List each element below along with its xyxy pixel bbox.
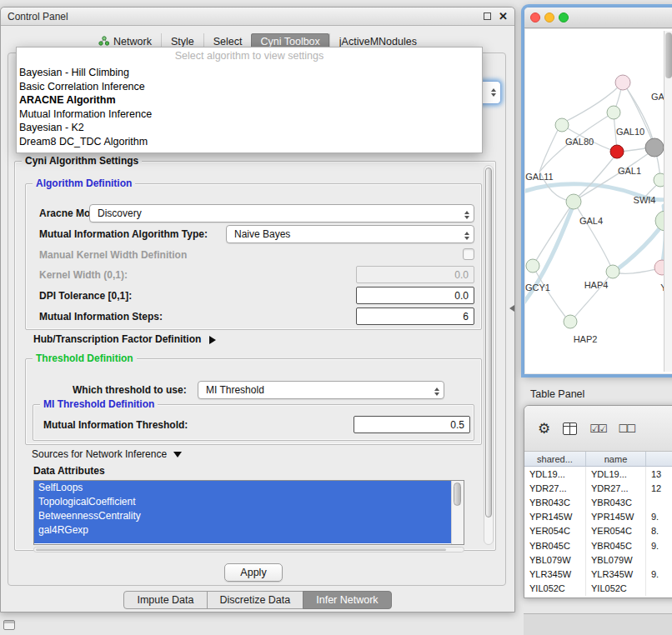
scrollbar-thumb[interactable]	[665, 32, 672, 78]
table-cell: 8.	[646, 524, 672, 538]
bottom-tab-infer-network[interactable]: Infer Network	[303, 591, 391, 609]
column-header[interactable]: name	[586, 452, 646, 466]
network-node[interactable]	[607, 106, 620, 119]
network-node[interactable]	[645, 138, 664, 157]
attribute-item-partial[interactable]	[34, 538, 451, 543]
mi-type-value: Naive Bayes	[234, 228, 290, 240]
which-threshold-select[interactable]: MI Threshold	[198, 381, 444, 399]
bottom-tab-discretize-data[interactable]: Discretize Data	[207, 591, 304, 609]
table-row[interactable]: YLR345WYLR345W9.	[524, 567, 672, 581]
table-row[interactable]: YDL19...YDL19...13	[524, 467, 672, 481]
tab-label: Cyni Toolbox	[260, 36, 319, 48]
table-row[interactable]: YBR043CYBR043C	[524, 495, 672, 509]
table-row[interactable]: YIL052CYIL052C	[524, 582, 672, 596]
table-cell: YLR345W	[524, 567, 586, 581]
splitter-collapse-icon[interactable]	[509, 305, 514, 312]
settings-scrollbar[interactable]	[484, 165, 494, 545]
mi-threshold-field[interactable]	[354, 416, 470, 433]
bottom-tab-impute-data[interactable]: Impute Data	[123, 591, 207, 609]
hub-section-toggle[interactable]: Hub/Transcription Factor Definition	[33, 333, 216, 345]
apply-button[interactable]: Apply	[224, 563, 283, 582]
attribute-list-hscrollbar[interactable]	[33, 547, 464, 552]
manual-kernel-label: Manual Kernel Width Definition	[39, 249, 187, 261]
gear-icon[interactable]: ⚙	[538, 422, 550, 436]
algorithm-option-basic-correlation-inference[interactable]: Basic Correlation Inference	[17, 80, 482, 94]
tab-label: jActiveMNodules	[339, 36, 417, 48]
node-label: GCY1	[525, 282, 550, 292]
column-header[interactable]: shared...	[524, 452, 586, 466]
table-cell: YBR043C	[586, 495, 646, 509]
network-node[interactable]	[526, 259, 539, 272]
zoom-traffic-icon[interactable]	[559, 12, 569, 22]
combo-arrows-icon	[464, 229, 469, 242]
network-node[interactable]	[564, 315, 577, 328]
float-window-icon[interactable]	[484, 12, 491, 20]
select-all-icon[interactable]: ☑☑	[589, 422, 605, 435]
network-edge[interactable]	[539, 125, 560, 172]
algorithm-option-mutual-information-inference[interactable]: Mutual Information Inference	[17, 108, 482, 122]
which-threshold-label: Which threshold to use:	[73, 384, 187, 396]
scrollbar-thumb[interactable]	[36, 548, 446, 551]
mi-type-label: Mutual Information Algorithm Type:	[39, 228, 208, 240]
control-panel-titlebar[interactable]: Control Panel ✕	[1, 8, 514, 26]
network-canvas-area[interactable]: GAL80GAL10GAL11GAL1SWI4GAL4GCY1HAP4HAP2G…	[525, 29, 672, 373]
table-cell: 13	[646, 467, 672, 481]
network-vertical-scrollbar[interactable]	[664, 31, 672, 372]
columns-icon[interactable]	[563, 422, 577, 435]
table-row[interactable]: YPR145WYPR145W9.	[524, 510, 672, 524]
network-edge[interactable]	[625, 86, 654, 146]
node-label: GAL11	[525, 172, 553, 182]
algorithm-definition-group: Algorithm Definition Aracne Mode: Discov…	[25, 183, 482, 330]
table-cell: YER054C	[524, 524, 586, 538]
minimized-window-icon[interactable]	[3, 620, 15, 630]
table-cell: YBR043C	[524, 495, 586, 509]
close-traffic-icon[interactable]	[530, 12, 540, 22]
aracne-mode-select[interactable]: Discovery	[89, 204, 474, 222]
table-row[interactable]: YDR27...YDR27...12	[524, 481, 672, 495]
network-window-titlebar[interactable]	[524, 8, 672, 28]
network-node[interactable]	[566, 194, 581, 209]
table-row[interactable]: YBL079WYBL079W	[524, 552, 672, 567]
sources-label: Sources for Network Inference	[32, 448, 167, 460]
manual-kernel-checkbox[interactable]	[463, 248, 474, 260]
sources-section-toggle[interactable]: Sources for Network Inference	[32, 448, 182, 460]
minimize-traffic-icon[interactable]	[544, 12, 554, 22]
network-edge[interactable]	[614, 268, 660, 273]
network-edge[interactable]	[574, 202, 612, 269]
dpi-tolerance-field[interactable]	[356, 287, 474, 304]
table-row[interactable]: YER054CYER054C8.	[524, 524, 672, 538]
mi-type-select[interactable]: Naive Bayes	[226, 225, 474, 243]
algorithm-option-aracne-algorithm[interactable]: ARACNE Algorithm	[17, 93, 482, 108]
algorithm-option-bayesian-k2[interactable]: Bayesian - K2	[17, 121, 482, 135]
kernel-width-label: Kernel Width (0,1):	[39, 269, 128, 281]
table-cell: YLR345W	[586, 567, 646, 581]
attribute-item[interactable]: SelfLoops	[34, 481, 451, 495]
algorithm-definition-title: Algorithm Definition	[33, 178, 135, 189]
algorithm-option-bayesian-hill-climbing[interactable]: Bayesian - Hill Climbing	[17, 66, 482, 80]
attribute-item[interactable]: BetweennessCentrality	[34, 509, 451, 523]
column-header[interactable]	[646, 452, 672, 466]
network-canvas[interactable]: GAL80GAL10GAL11GAL1SWI4GAL4GCY1HAP4HAP2G…	[525, 29, 667, 373]
network-node[interactable]	[555, 118, 569, 132]
kernel-width-field[interactable]	[356, 266, 474, 283]
network-edge[interactable]	[575, 153, 617, 199]
mi-threshold-group: MI Threshold Definition Mutual Informati…	[33, 404, 474, 441]
scrollbar-thumb[interactable]	[485, 168, 492, 518]
mi-steps-field[interactable]	[356, 308, 474, 325]
scrollbar-thumb[interactable]	[454, 482, 461, 506]
network-node[interactable]	[615, 75, 630, 90]
table-row[interactable]: YBR045CYBR045C9.	[524, 538, 672, 552]
attribute-list-scrollbar[interactable]	[451, 481, 464, 544]
bottom-panel-strip	[524, 613, 672, 635]
network-node[interactable]	[606, 265, 619, 278]
attribute-list[interactable]: SelfLoopsTopologicalCoefficientBetweenne…	[33, 480, 464, 545]
window-title: Control Panel	[8, 11, 68, 22]
network-node[interactable]	[610, 145, 624, 158]
attribute-item[interactable]: TopologicalCoefficient	[34, 495, 451, 509]
attribute-item[interactable]: gal4RGexp	[34, 523, 451, 538]
deselect-all-icon[interactable]: ☐☐	[619, 422, 634, 435]
network-edge[interactable]	[534, 268, 568, 320]
algorithm-option-dream8-dc-tdc-algorithm[interactable]: Dream8 DC_TDC Algorithm	[17, 135, 482, 149]
table-body: YDL19...YDL19...13YDR27...YDR27...12YBR0…	[524, 467, 672, 596]
close-window-icon[interactable]: ✕	[499, 11, 508, 22]
